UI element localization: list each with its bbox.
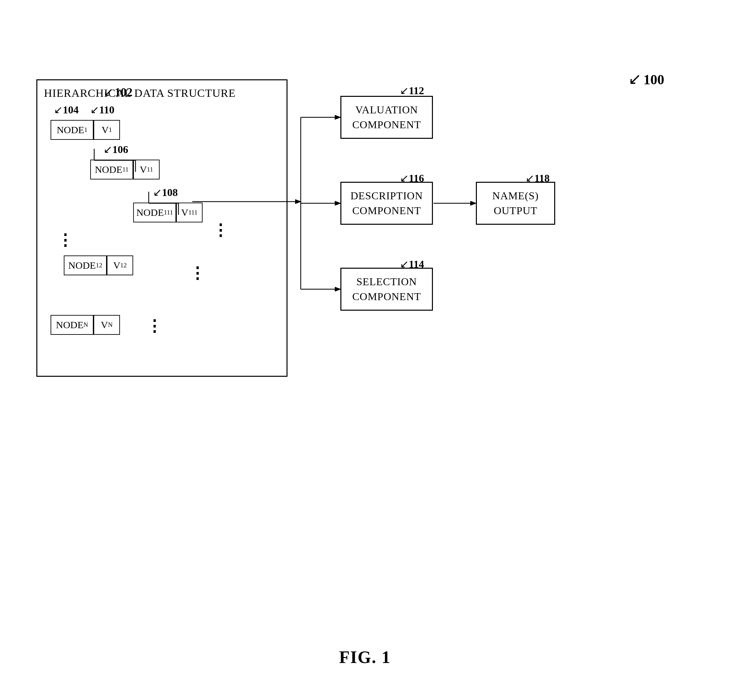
hds-label: HIERARCHICAL DATA STRUCTURE: [44, 87, 236, 99]
names-output-box: NAME(S)OUTPUT: [476, 182, 555, 225]
ref-102: 102: [104, 85, 133, 99]
node12-group: NODE12 V12: [64, 256, 133, 275]
node111-name: NODE111: [133, 203, 176, 222]
node11-group: 106 NODE11 V11: [90, 159, 160, 180]
selection-label: SELECTIONCOMPONENT: [352, 274, 421, 304]
node12-name: NODE12: [64, 256, 107, 275]
node111-val: V111: [176, 203, 203, 222]
dots-nodeN: ⋮: [146, 318, 164, 334]
ref-100-label: 100: [628, 69, 664, 88]
nodeN-val: VN: [93, 315, 120, 335]
node111-group: 108 NODE111 V111: [133, 203, 203, 222]
diagram-container: 100 HIERARCHICAL DATA STRUCTURE 102 104 …: [26, 60, 704, 621]
node1-val: V1: [93, 120, 120, 140]
nodeN-name: NODEN: [51, 315, 93, 335]
node1-group: 104 110 NODE1 V1: [51, 120, 120, 140]
ref-110: 110: [90, 104, 114, 116]
ref-108: 108: [153, 186, 178, 199]
names-output-label: NAME(S)OUTPUT: [492, 189, 539, 218]
valuation-component-box: VALUATIONCOMPONENT: [340, 96, 433, 139]
dots-left: ⋮: [57, 232, 74, 248]
nodeN-group: NODEN VN: [51, 315, 120, 335]
description-label: DESCRIPTIONCOMPONENT: [350, 189, 423, 218]
dots-right-12: ⋮: [189, 265, 207, 281]
hds-box: HIERARCHICAL DATA STRUCTURE 102 104 110 …: [36, 79, 288, 377]
node11-val: V11: [133, 159, 160, 180]
ref-112: 112: [400, 84, 424, 97]
dots-right-11: ⋮: [213, 222, 230, 238]
node1-name: NODE1: [51, 120, 93, 140]
node12-val: V12: [107, 256, 133, 275]
node11-name: NODE11: [90, 159, 133, 180]
ref-104: 104: [54, 104, 79, 116]
valuation-label: VALUATIONCOMPONENT: [352, 102, 421, 132]
selection-component-box: SELECTIONCOMPONENT: [340, 268, 433, 311]
figure-label: FIG. 1: [339, 647, 391, 667]
description-component-box: DESCRIPTIONCOMPONENT: [340, 182, 433, 225]
ref-106: 106: [104, 143, 128, 156]
